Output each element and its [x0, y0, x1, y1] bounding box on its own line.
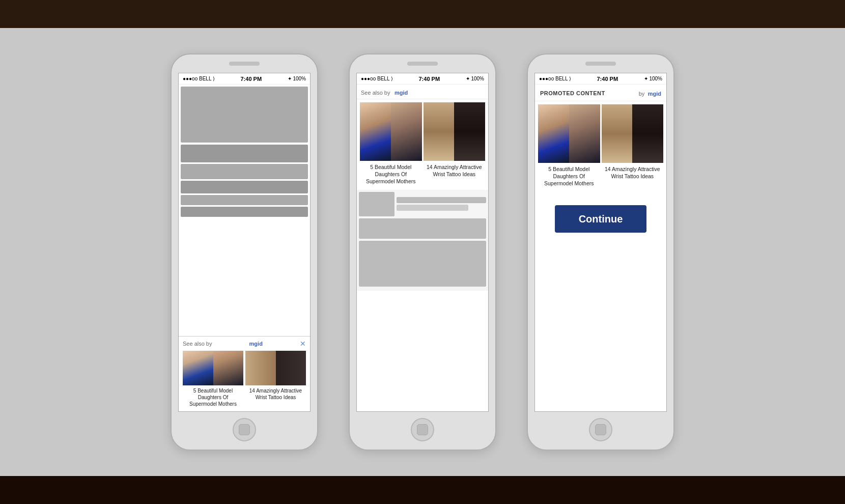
phone-2-see-also: See also by mgid [357, 85, 488, 99]
phone-1-bottom [172, 412, 317, 450]
phone-3-top [528, 54, 673, 73]
phone-3-status-right: ✦ 100% [644, 76, 662, 81]
phone-3-status-left: ●●●oo BELL ⟩ [539, 76, 571, 81]
article-title-2-2: 14 Amazingly Attractive Wrist Tattoo Ide… [424, 161, 486, 180]
phone-3-promoted-header: PROMOTED CONTENT by mgid [535, 85, 666, 101]
article-image-2-2 [424, 102, 486, 161]
mgid-logo-3: mgid [648, 91, 661, 97]
home-button-inner-3 [595, 424, 606, 435]
article-card-3-1[interactable]: 5 Beautiful Model Daughters Of Supermode… [538, 104, 600, 190]
phone-3-status-center: 7:40 PM [597, 76, 618, 82]
phone-1-screen: ●●●oo BELL ⟩ 7:40 PM ✦ 100% See also by … [178, 73, 311, 412]
article-title-1-1: 5 Beautiful Model Daughters Of Supermode… [183, 385, 243, 409]
bottom-bar [0, 476, 845, 504]
promoted-text: PROMOTED CONTENT [540, 90, 605, 96]
continue-button[interactable]: Continue [555, 205, 646, 233]
phone-2-status-left: ●●●oo BELL ⟩ [361, 76, 393, 81]
phone-2-status-bar: ●●●oo BELL ⟩ 7:40 PM ✦ 100% [357, 73, 488, 85]
phone-2-bottom-placeholders [357, 190, 488, 291]
phone-2-top [350, 54, 495, 73]
by-text: by [639, 91, 645, 97]
home-button-inner-2 [417, 424, 428, 435]
article-card-2-2[interactable]: 14 Amazingly Attractive Wrist Tattoo Ide… [424, 102, 486, 188]
phone-1-speaker [172, 54, 317, 73]
article-card-1-1[interactable]: 5 Beautiful Model Daughters Of Supermode… [183, 351, 243, 409]
phone-1-main-content [179, 85, 310, 220]
phone-2: ●●●oo BELL ⟩ 7:40 PM ✦ 100% See also by … [349, 53, 496, 451]
phone-2-articles: 5 Beautiful Model Daughters Of Supermode… [357, 99, 488, 190]
article-card-2-1[interactable]: 5 Beautiful Model Daughters Of Supermode… [360, 102, 422, 188]
article-title-2-1: 5 Beautiful Model Daughters Of Supermode… [360, 161, 422, 188]
phone-1-status-right: ✦ 100% [288, 76, 306, 81]
phone-3: ●●●oo BELL ⟩ 7:40 PM ✦ 100% PROMOTED CON… [527, 53, 674, 451]
phone-1-status-bar: ●●●oo BELL ⟩ 7:40 PM ✦ 100% [179, 73, 310, 85]
article-image-3-1 [538, 104, 600, 163]
phone-2-screen: ●●●oo BELL ⟩ 7:40 PM ✦ 100% See also by … [356, 73, 489, 412]
article-card-1-2[interactable]: 14 Amazingly Attractive Wrist Tattoo Ide… [245, 351, 306, 409]
phone-1: ●●●oo BELL ⟩ 7:40 PM ✦ 100% See also by … [171, 53, 318, 451]
phone-1-see-also: See also by mgid ✕ 5 Beautiful Model Dau… [179, 336, 310, 411]
phone-3-status-bar: ●●●oo BELL ⟩ 7:40 PM ✦ 100% [535, 73, 666, 85]
home-button-inner-1 [239, 424, 250, 435]
article-image-3-2 [602, 104, 664, 163]
content-area: ●●●oo BELL ⟩ 7:40 PM ✦ 100% See also by … [0, 28, 845, 476]
article-title-3-1: 5 Beautiful Model Daughters Of Supermode… [538, 163, 600, 190]
home-button-2[interactable] [411, 418, 434, 441]
home-button-3[interactable] [589, 418, 612, 441]
by-mgid-container: by mgid [639, 89, 661, 98]
article-title-1-2: 14 Amazingly Attractive Wrist Tattoo Ide… [245, 385, 306, 403]
article-image-1-2 [245, 351, 306, 385]
phone-3-screen: ●●●oo BELL ⟩ 7:40 PM ✦ 100% PROMOTED CON… [534, 73, 667, 412]
phone-1-status-left: ●●●oo BELL ⟩ [183, 76, 215, 81]
phone-2-bottom [350, 412, 495, 450]
phone-3-speaker-grill [585, 62, 616, 66]
phone-1-status-center: 7:40 PM [240, 76, 262, 82]
phone-2-status-right: ✦ 100% [466, 76, 484, 81]
article-image-1-1 [183, 351, 243, 385]
top-bar [0, 0, 845, 28]
article-card-3-2[interactable]: 14 Amazingly Attractive Wrist Tattoo Ide… [602, 104, 664, 190]
see-also-text-1: See also by [183, 341, 212, 347]
see-also-text-2: See also by [361, 90, 390, 96]
close-icon-1[interactable]: ✕ [300, 340, 306, 348]
home-button-1[interactable] [233, 418, 256, 441]
phone-1-speaker-grill [229, 62, 260, 66]
phone-2-status-center: 7:40 PM [418, 76, 440, 82]
phone-3-articles: 5 Beautiful Model Daughters Of Supermode… [535, 101, 666, 190]
mgid-logo-2: mgid [395, 90, 408, 96]
phone-2-speaker-grill [407, 62, 438, 66]
mgid-logo-1: mgid [249, 341, 263, 347]
article-image-2-1 [360, 102, 422, 161]
phone-1-article-grid: 5 Beautiful Model Daughters Of Supermode… [183, 351, 306, 409]
phone-3-bottom [528, 412, 673, 450]
article-title-3-2: 14 Amazingly Attractive Wrist Tattoo Ide… [602, 163, 664, 182]
